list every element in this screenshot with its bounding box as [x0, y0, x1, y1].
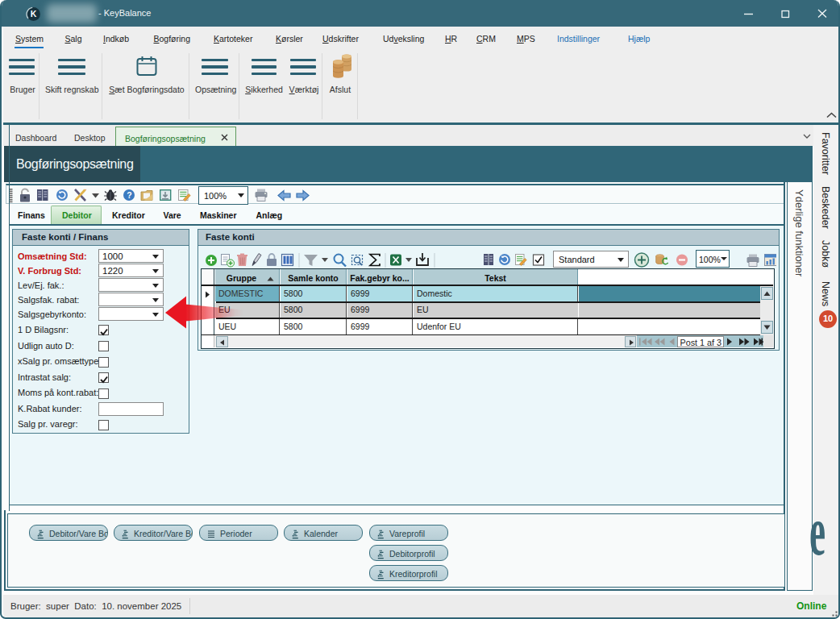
svg-text:?: ? — [127, 190, 131, 200]
svg-text:K: K — [31, 9, 37, 19]
svg-text:e: e — [809, 519, 825, 559]
